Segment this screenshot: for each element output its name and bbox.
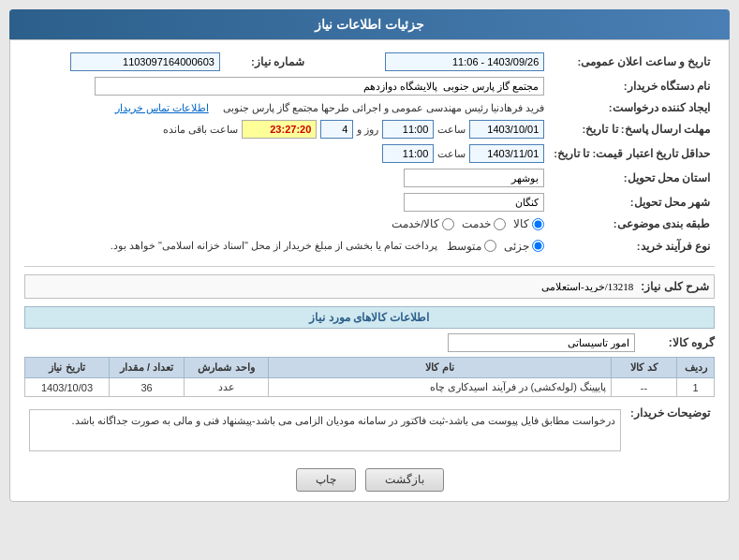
tabaqe-label: طبقه بندی موضوعی: [549, 214, 715, 233]
mohlat-roz-label: روز و [357, 124, 378, 136]
divider-1 [24, 266, 715, 267]
description-value: درخواست مطابق فایل پیوست می باشد-ثبت فاک… [72, 415, 615, 426]
noE-mottasat-radio[interactable] [484, 240, 496, 252]
back-button[interactable]: بازگشت [365, 468, 444, 492]
tabaqe-khadamat-option[interactable]: خدمت [462, 217, 506, 230]
cell-tarikh-niaz: 1403/10/03 [25, 378, 110, 397]
tabaqe-kala-option[interactable]: کالا [513, 217, 544, 230]
mohlat-roz-input[interactable] [320, 120, 353, 139]
jadval-label: حداقل تاریخ اعتبار قیمت: تا تاریخ: [549, 141, 715, 166]
tabaqe-kala-khadamat-option[interactable]: کالا/خدمت [392, 217, 454, 230]
page-title: جزئیات اطلاعات نیاز [315, 17, 424, 32]
sarh-koli-label: شرح کلی نیاز: [641, 280, 709, 293]
cell-nam-kala: پایپینگ (لوله‌کشی) در فرآیند اسیدکاری چا… [269, 378, 612, 397]
sarh-koli-input[interactable] [30, 281, 633, 292]
tarikh-label: تاریخ و ساعت اعلان عمومی: [549, 50, 715, 74]
tabaqe-kala-radio[interactable] [532, 218, 544, 230]
ostan-input[interactable] [404, 169, 544, 187]
noE-jadzi-radio[interactable] [532, 240, 544, 252]
ijad-konande-value: فرید فرهادنیا رئیس مهندسی عمومی و اجرائی… [223, 102, 545, 114]
tabaqe-kala-khadamat-label: کالا/خدمت [392, 217, 439, 230]
ostan-label: استان محل تحویل: [549, 166, 715, 190]
mohlat-saat-label: ساعت [437, 124, 466, 136]
cell-tedad: 36 [110, 378, 185, 397]
noE-label: نوع فرآیند خرید: [549, 233, 715, 258]
group-kala-row: گروه کالا: [24, 333, 715, 352]
group-kala-label: گروه کالا: [640, 336, 715, 349]
noE-jadzi-option[interactable]: جزئی [504, 240, 544, 253]
col-vahed: واحد شمارش [185, 358, 269, 378]
noE-jadzi-label: جزئی [504, 240, 529, 253]
jadval-saat-input[interactable] [382, 144, 434, 163]
shahr-input[interactable] [404, 193, 544, 212]
ijad-konande-label: ایجاد کننده درخواست: [549, 98, 715, 117]
noE-note: پرداخت تمام یا بخشی از مبلغ خریدار از مح… [111, 240, 438, 252]
cell-radif: 1 [677, 378, 715, 397]
page-header: جزئیات اطلاعات نیاز [9, 9, 730, 39]
buttons-row: بازگشت چاپ [24, 468, 715, 492]
cell-vahed: عدد [185, 378, 269, 397]
mohlat-date-input[interactable] [469, 120, 544, 139]
jadval-saat-label: ساعت [437, 148, 466, 160]
shmare-niaz-input[interactable] [70, 52, 220, 71]
description-box: درخواست مطابق فایل پیوست می باشد-ثبت فاک… [29, 409, 621, 451]
mohlat-remaining-input [242, 120, 317, 139]
col-code-kala: کد کالا [612, 358, 677, 378]
nam-khardar-label: نام دستگاه خریدار: [549, 74, 715, 98]
tarikh-input[interactable] [385, 52, 544, 71]
description-label: توضیحات خریدار: [626, 402, 715, 459]
shmare-niaz-label: شماره نیاز: [225, 50, 309, 74]
tabaqe-kala-label: کالا [513, 217, 529, 230]
kala-section-title: اطلاعات کالاهای مورد نیاز [24, 306, 715, 329]
col-tarikh-niaz: تاریخ نیاز [25, 358, 110, 378]
jadval-date-input[interactable] [469, 144, 544, 163]
cell-code-kala: -- [612, 378, 677, 397]
col-nam-kala: نام کالا [269, 358, 612, 378]
noE-mottasat-label: متوسط [447, 240, 481, 253]
col-radif: ردیف [677, 358, 715, 378]
print-button[interactable]: چاپ [296, 468, 356, 492]
kala-table: ردیف کد کالا نام کالا واحد شمارش تعداد /… [24, 357, 715, 397]
nam-khardar-input[interactable] [95, 77, 544, 96]
mohlat-saat-input[interactable] [382, 120, 434, 139]
tabaqe-kala-khadamat-radio[interactable] [442, 218, 454, 230]
tabaqe-khadamat-label: خدمت [462, 217, 491, 230]
mohlat-remaining-label: ساعت باقی مانده [163, 124, 238, 136]
tabaqe-khadamat-radio[interactable] [494, 218, 506, 230]
col-tedad: تعداد / مقدار [110, 358, 185, 378]
noE-mottasat-option[interactable]: متوسط [447, 240, 496, 253]
sarh-koli-row: شرح کلی نیاز: [24, 274, 715, 299]
tamass-link[interactable]: اطلاعات تماس خریدار [115, 102, 209, 114]
mohlat-label: مهلت ارسال پاسخ: تا تاریخ: [549, 117, 715, 141]
shahr-label: شهر محل تحویل: [549, 190, 715, 214]
table-row: 1 -- پایپینگ (لوله‌کشی) در فرآیند اسیدکا… [25, 378, 715, 397]
group-kala-input[interactable] [448, 333, 635, 352]
